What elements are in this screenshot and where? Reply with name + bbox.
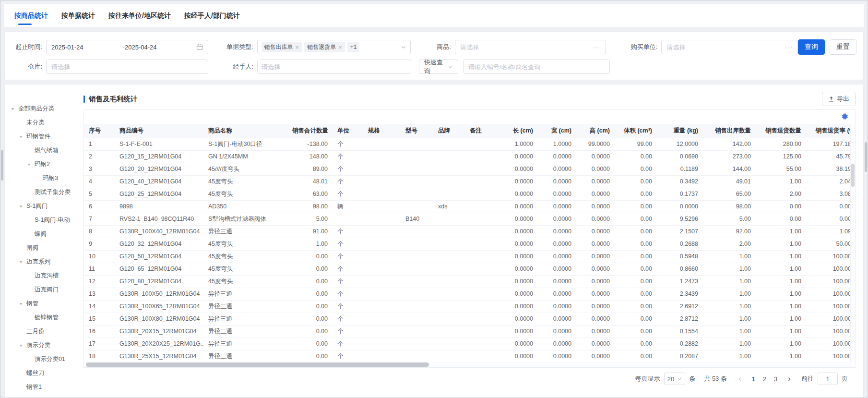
buyer-select[interactable]: ··· xyxy=(661,40,798,54)
table-cell: 3 xyxy=(84,163,115,175)
handler-select[interactable] xyxy=(257,60,411,74)
tree-item[interactable]: S-1阀门-电动 xyxy=(12,213,78,227)
doc-type-tag[interactable]: 销售出库单× xyxy=(262,42,302,52)
buyer-input[interactable] xyxy=(666,44,785,51)
table-row[interactable]: 16G130R_20X15_12RM01G04异径三通0.00个0.00000.… xyxy=(84,325,850,338)
next-page-icon[interactable]: › xyxy=(785,374,794,384)
tab-1[interactable]: 按商品统计 xyxy=(14,4,48,27)
product-input[interactable] xyxy=(460,44,593,51)
table-vertical-scrollbar[interactable] xyxy=(850,124,855,362)
category-tree: ▾全部商品分类未分类▾玛钢管件燃气纸箱▾玛钢2玛钢3测试子集分类▾S-1阀门S-… xyxy=(5,84,78,398)
table-row[interactable]: 2G120_15_12RM01G04GN 1/2X45MM148.00个0.00… xyxy=(84,150,850,163)
page-number-1[interactable]: 1 xyxy=(748,375,759,383)
doc-type-select[interactable]: 销售出库单×销售退货单×+1 xyxy=(257,40,411,54)
table-cell: 1.00 xyxy=(703,338,756,350)
tab-2[interactable]: 按单据统计 xyxy=(61,4,95,27)
table-row[interactable]: 4G120_40_12RM01G0445度弯头48.01个0.00000.000… xyxy=(84,175,850,188)
table-horizontal-scrollbar[interactable] xyxy=(84,362,850,367)
pagination: 每页显示 20 条 共 53 条 ‹ 123 › 前往 页 xyxy=(83,368,856,390)
table-cell xyxy=(433,313,465,325)
table-cell: 0.0000 xyxy=(499,188,538,200)
prev-page-icon[interactable]: ‹ xyxy=(736,374,744,384)
page-number-2[interactable]: 2 xyxy=(759,375,770,383)
tree-item[interactable]: 玛钢3 xyxy=(12,171,78,185)
table-row[interactable]: 8G130R_100X40_12RM01G04异径三通91.00个0.00000… xyxy=(84,225,850,238)
date-end-input[interactable] xyxy=(125,44,196,51)
table-row[interactable]: 7RVS2-1_B140_98CQ11R40S型沟槽式过滤器阀体5.00B140… xyxy=(84,213,850,225)
tree-item[interactable]: 燃气纸箱 xyxy=(12,144,78,157)
tag-close-icon[interactable]: × xyxy=(338,44,342,50)
goto-page-input[interactable] xyxy=(822,375,833,383)
table-cell: 0.0000 xyxy=(499,200,538,213)
product-select[interactable]: ··· xyxy=(455,40,606,54)
tree-item[interactable]: 蝶阀 xyxy=(12,227,78,241)
table-row[interactable]: 17G130R_20X20X25_12RM01G...异径三通0.00个0.00… xyxy=(84,338,850,350)
doc-type-tag[interactable]: 销售退货单× xyxy=(304,42,345,52)
table-row[interactable]: 9G120_32_12RM01G0445度弯头1.00个0.00000.0000… xyxy=(84,238,850,250)
export-button[interactable]: 导出 xyxy=(822,92,856,106)
tag-close-icon[interactable]: × xyxy=(296,44,299,50)
table-row[interactable]: 13G130R_100X50_12RM01G04异径三通0.00个0.00000… xyxy=(84,288,850,300)
tree-item[interactable]: ▾S-1阀门 xyxy=(12,199,78,213)
table-row[interactable]: 14G130R_100X65_12RM01G04异径三通0.00个0.00000… xyxy=(84,300,850,313)
tree-item[interactable]: ▾迈克系列 xyxy=(12,255,78,269)
table-row[interactable]: 1S-1-F-E-001S-1阀门-电动30口径-138.00个1.00001.… xyxy=(84,138,850,150)
reset-button[interactable]: 重置 xyxy=(830,39,856,55)
tree-item[interactable]: 闸阀 xyxy=(12,241,78,255)
table-row[interactable]: 12G120_80_12RM01G0445度弯头0.00个0.00000.000… xyxy=(84,275,850,288)
keyword-input[interactable] xyxy=(468,63,605,71)
date-start-input[interactable] xyxy=(51,44,123,51)
tree-item[interactable]: 迈克沟槽 xyxy=(12,269,78,283)
handler-input[interactable] xyxy=(262,63,407,71)
horizontal-scroll-thumb[interactable] xyxy=(86,362,429,367)
main-panel: ▾全部商品分类未分类▾玛钢管件燃气纸箱▾玛钢2玛钢3测试子集分类▾S-1阀门S-… xyxy=(4,84,864,398)
tree-item[interactable]: ▾钢管 xyxy=(12,297,78,311)
keyword-search-input[interactable] xyxy=(463,60,610,74)
table-cell: 125.00 xyxy=(756,150,806,163)
warehouse-select[interactable] xyxy=(46,60,208,74)
tree-item[interactable]: ▾玛钢2 xyxy=(12,157,78,171)
table-cell: 0.0000 xyxy=(538,213,576,225)
tree-item[interactable]: 钢管1 xyxy=(12,380,78,394)
table-row[interactable]: 10G120_50_12RM01G0445度弯头0.00个0.00000.000… xyxy=(84,250,850,263)
page-number-3[interactable]: 3 xyxy=(770,375,781,383)
doc-type-overflow-tag[interactable]: +1 xyxy=(347,42,360,52)
table-row[interactable]: 15G130R_100X80_12RM01G04异径三通0.00个0.00000… xyxy=(84,313,850,325)
tree-item[interactable]: 未分类 xyxy=(12,116,78,130)
table-cell: 1 xyxy=(84,138,115,150)
tree-item[interactable]: ▾玛钢管件 xyxy=(12,130,78,144)
tree-item[interactable]: 测试子集分类 xyxy=(12,185,78,199)
tree-item[interactable]: 螺丝刀 xyxy=(12,366,78,380)
date-range-input[interactable]: - xyxy=(46,40,208,54)
table-row[interactable]: 18G130R_25X15_12RM01G04异径三通0.00个0.00000.… xyxy=(84,350,850,362)
table-cell: 3.08% xyxy=(806,188,850,200)
table-row[interactable]: 11G120_65_12RM01G0445度弯头0.00个0.00000.000… xyxy=(84,263,850,275)
tree-item[interactable]: ▾全部商品分类 xyxy=(12,102,78,116)
ellipsis-icon[interactable]: ··· xyxy=(593,44,601,51)
table-scroll-area: 序号商品编号商品名称销售合计数量单位规格型号品牌备注长 (cm)宽 (cm)高 … xyxy=(84,124,850,363)
column-settings-gear-icon[interactable] xyxy=(841,113,848,122)
table-cell: 1.00 xyxy=(756,350,806,362)
table-row[interactable]: 69898AD35098.00辆xds0.00000.00000.00000.0… xyxy=(84,200,850,213)
table-row[interactable]: 3G120_20_12RM01G0445////度弯头89.00个0.00000… xyxy=(84,163,850,175)
tab-3[interactable]: 按往来单位/地区统计 xyxy=(108,4,171,27)
tree-item[interactable]: 三月份 xyxy=(12,325,78,338)
table-cell xyxy=(333,213,363,225)
per-page-select[interactable]: 20 xyxy=(664,373,685,385)
table-row[interactable]: 5G120_25_12RM01G0445度弯头63.00个0.00000.000… xyxy=(84,188,850,200)
chevron-down-icon[interactable] xyxy=(401,44,406,50)
quick-query-select[interactable]: 快速查询 xyxy=(419,60,458,74)
tab-4[interactable]: 按经手人/部门统计 xyxy=(184,4,240,27)
warehouse-input[interactable] xyxy=(51,63,203,71)
right-edge-scroll-thumb[interactable] xyxy=(865,142,867,172)
query-button[interactable]: 查询 xyxy=(798,39,825,55)
tree-item[interactable]: 迈克阀门 xyxy=(12,283,78,297)
vertical-scroll-thumb[interactable] xyxy=(851,164,855,187)
ellipsis-icon[interactable]: ··· xyxy=(785,44,793,51)
left-edge-scroll-thumb[interactable] xyxy=(1,150,3,181)
tree-item[interactable]: 演示分类01 xyxy=(12,352,78,366)
tree-item[interactable]: ▾演示分类 xyxy=(12,338,78,352)
table-cell xyxy=(433,213,465,225)
goto-label: 前往 xyxy=(801,374,814,383)
tree-item[interactable]: 镀锌钢管 xyxy=(12,311,78,325)
